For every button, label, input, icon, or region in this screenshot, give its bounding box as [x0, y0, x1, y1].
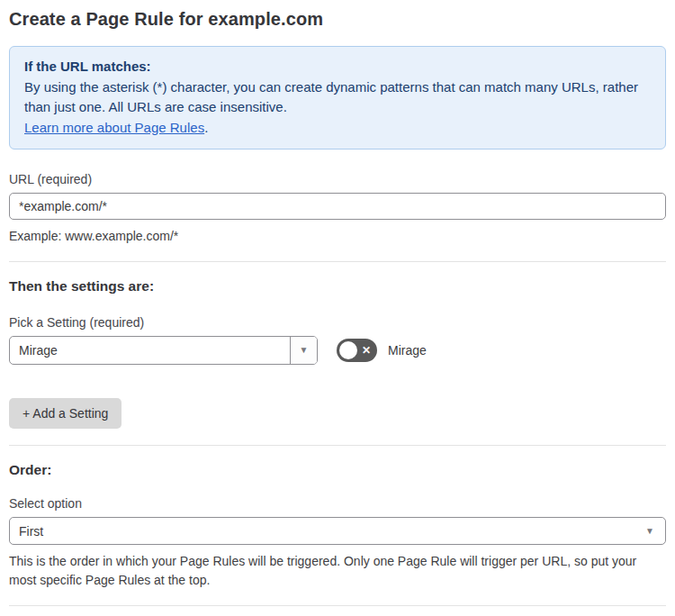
- divider: [9, 605, 666, 606]
- learn-more-link[interactable]: Learn more about Page Rules: [24, 120, 204, 135]
- setting-select-arrow-button[interactable]: ▼: [290, 337, 317, 364]
- info-box-heading: If the URL matches:: [24, 57, 651, 77]
- setting-row: Mirage ▼ ✕ Mirage: [9, 336, 666, 365]
- mirage-toggle-wrap: ✕ Mirage: [337, 339, 427, 362]
- order-section: Order: Select option First ▼ This is the…: [9, 462, 666, 589]
- toggle-label: Mirage: [388, 343, 427, 358]
- create-page-rule-form: Create a Page Rule for example.com If th…: [0, 0, 675, 616]
- url-helper-text: Example: www.example.com/*: [9, 227, 666, 245]
- setting-select[interactable]: Mirage ▼: [9, 336, 318, 365]
- order-helper-text: This is the order in which your Page Rul…: [9, 552, 657, 589]
- url-section: URL (required) Example: www.example.com/…: [9, 172, 666, 245]
- info-box-body: By using the asterisk (*) character, you…: [24, 77, 651, 118]
- divider: [9, 445, 666, 446]
- url-input[interactable]: [9, 193, 666, 220]
- settings-section: Then the settings are: Pick a Setting (r…: [9, 278, 666, 429]
- settings-heading: Then the settings are:: [9, 278, 666, 294]
- order-select[interactable]: First ▼: [9, 517, 666, 545]
- order-select-value: First: [19, 524, 43, 539]
- add-setting-button[interactable]: + Add a Setting: [9, 398, 122, 429]
- link-suffix: .: [204, 120, 208, 135]
- url-field-label: URL (required): [9, 172, 666, 186]
- url-match-info-box: If the URL matches: By using the asteris…: [9, 46, 666, 149]
- mirage-toggle[interactable]: ✕: [337, 339, 377, 362]
- order-heading: Order:: [9, 462, 666, 478]
- x-icon: ✕: [362, 345, 371, 356]
- setting-select-value: Mirage: [10, 343, 290, 358]
- page-title: Create a Page Rule for example.com: [9, 9, 666, 30]
- chevron-down-icon: ▼: [300, 346, 309, 355]
- setting-picker-label: Pick a Setting (required): [9, 315, 666, 330]
- divider: [9, 261, 666, 262]
- order-select-label: Select option: [9, 496, 666, 511]
- chevron-down-icon: ▼: [645, 527, 654, 536]
- info-box-link-line: Learn more about Page Rules.: [24, 118, 651, 139]
- toggle-knob: [339, 341, 357, 359]
